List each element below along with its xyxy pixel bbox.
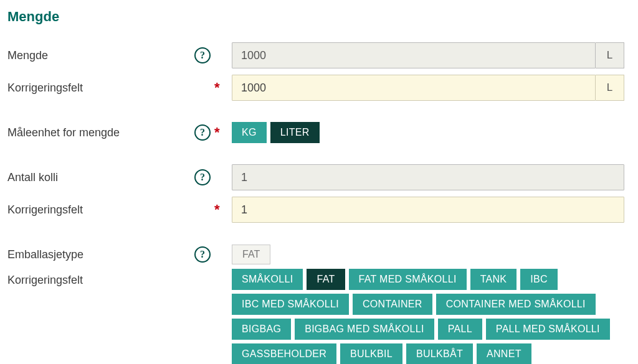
emballasje-option[interactable]: ANNET bbox=[477, 343, 531, 364]
emballasje-option[interactable]: TANK bbox=[470, 269, 517, 290]
row-emballasjetype: Emballasjetype ? FAT bbox=[7, 241, 631, 268]
emballasje-option[interactable]: CONTAINER MED SMÅKOLLI bbox=[436, 294, 596, 315]
row-antall-kolli: Antall kolli ? bbox=[7, 164, 631, 190]
label-korrigering: Korrigeringsfelt bbox=[7, 274, 83, 287]
antall-kolli-input bbox=[232, 164, 624, 190]
emballasje-option[interactable]: PALL MED SMÅKOLLI bbox=[486, 319, 610, 340]
help-icon[interactable]: ? bbox=[194, 124, 211, 141]
emballasje-option[interactable]: FAT bbox=[307, 269, 345, 290]
antall-kolli-correction-input[interactable] bbox=[232, 197, 624, 223]
row-maaleenhet: Måleenhet for mengde ? * KGLITER bbox=[7, 119, 631, 146]
label-korrigering: Korrigeringsfelt bbox=[7, 203, 83, 217]
required-icon: * bbox=[214, 126, 220, 139]
mengde-input bbox=[232, 42, 596, 68]
row-antall-kolli-correction: Korrigeringsfelt ? * bbox=[7, 197, 631, 223]
emballasje-option[interactable]: CONTAINER bbox=[353, 294, 432, 315]
emballasje-option[interactable]: SMÅKOLLI bbox=[232, 269, 303, 290]
emballasje-option[interactable]: FAT MED SMÅKOLLI bbox=[349, 269, 467, 290]
label-maaleenhet: Måleenhet for mengde bbox=[7, 126, 120, 139]
emballasje-option[interactable]: PALL bbox=[438, 319, 482, 340]
row-mengde: Mengde ? L bbox=[7, 42, 631, 68]
emballasje-readonly: FAT bbox=[232, 245, 270, 264]
section-title: Mengde bbox=[7, 9, 631, 25]
mengde-unit: L bbox=[596, 42, 624, 68]
emballasje-option[interactable]: BULKBIL bbox=[340, 343, 402, 364]
emballasje-option[interactable]: IBC bbox=[520, 269, 558, 290]
label-korrigering: Korrigeringsfelt bbox=[7, 82, 83, 95]
emballasje-option[interactable]: BULKBÅT bbox=[406, 343, 473, 364]
row-mengde-correction: Korrigeringsfelt ? * L bbox=[7, 75, 631, 101]
label-emballasjetype: Emballasjetype bbox=[7, 248, 83, 261]
emballasje-option[interactable]: BIGBAG MED SMÅKOLLI bbox=[295, 319, 434, 340]
mengde-correction-unit: L bbox=[596, 75, 624, 101]
emballasje-options: SMÅKOLLIFATFAT MED SMÅKOLLITANKIBCIBC ME… bbox=[232, 269, 624, 364]
required-icon: * bbox=[214, 203, 220, 217]
label-antall-kolli: Antall kolli bbox=[7, 171, 58, 184]
required-icon: * bbox=[214, 81, 220, 95]
emballasje-option[interactable]: IBC MED SMÅKOLLI bbox=[232, 294, 349, 315]
label-mengde: Mengde bbox=[7, 49, 48, 62]
help-icon[interactable]: ? bbox=[194, 169, 211, 185]
maaleenhet-options: KGLITER bbox=[232, 122, 320, 143]
maaleenhet-option-kg[interactable]: KG bbox=[232, 122, 267, 143]
emballasje-option[interactable]: GASSBEHOLDER bbox=[232, 343, 336, 364]
row-emballasje-correction: Korrigeringsfelt SMÅKOLLIFATFAT MED SMÅK… bbox=[7, 269, 631, 364]
mengde-correction-input[interactable] bbox=[232, 75, 596, 101]
emballasje-option[interactable]: BIGBAG bbox=[232, 319, 291, 340]
help-icon[interactable]: ? bbox=[194, 47, 211, 63]
maaleenhet-option-liter[interactable]: LITER bbox=[270, 122, 320, 143]
help-icon[interactable]: ? bbox=[194, 246, 211, 263]
